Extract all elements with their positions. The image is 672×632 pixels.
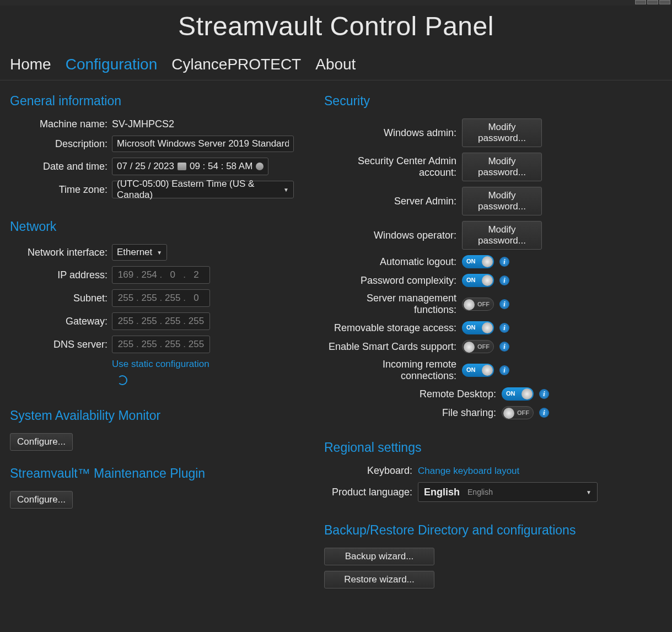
time-value: 09 : 54 : 58 AM [190,161,252,172]
nav-configuration[interactable]: Configuration [66,56,158,73]
keyboard-label: Keyboard: [324,465,418,477]
restore-wizard-button[interactable]: Restore wizard... [324,571,434,588]
pw-complexity-toggle[interactable]: ON [462,274,494,287]
network-interface-value: Ethernet [117,247,152,258]
backup-section-title: Backup/Restore Directory and configurati… [324,523,644,538]
maximize-button[interactable] [647,0,658,4]
auto-logout-toggle[interactable]: ON [462,255,494,268]
file-sharing-label: File sharing: [344,407,502,419]
machine-name-value: SV-JMHPCS2 [112,118,174,130]
network-section-title: Network [10,219,319,234]
removable-toggle[interactable]: ON [462,321,494,334]
auto-logout-label: Automatic logout: [324,256,462,268]
backup-wizard-button[interactable]: Backup wizard... [324,548,434,565]
info-icon[interactable]: i [539,408,549,418]
dns-label: DNS server: [10,339,112,350]
file-sharing-toggle[interactable]: OFF [502,406,534,419]
close-button[interactable] [659,0,670,4]
windows-admin-label: Windows admin: [324,127,462,139]
remote-desktop-label: Remote Desktop: [344,388,502,400]
info-icon[interactable]: i [499,299,509,309]
smartcards-label: Enable Smart Cards support: [324,341,462,353]
date-value: 07 / 25 / 2023 [117,161,174,172]
app-title: Streamvault Control Panel [0,6,672,52]
smartcards-toggle[interactable]: OFF [462,340,494,353]
ip-address-input[interactable]: 169. 254. 0. 2 [112,266,210,284]
refresh-icon[interactable] [117,375,127,385]
timezone-select[interactable]: (UTC-05:00) Eastern Time (US & Canada) ▼ [112,181,294,198]
ip-address-label: IP address: [10,269,112,281]
gateway-input[interactable]: 255. 255. 255. 255 [112,312,210,330]
gateway-label: Gateway: [10,316,112,327]
datetime-input[interactable]: 07 / 25 / 2023 09 : 54 : 58 AM [112,158,268,175]
removable-label: Removable storage access: [324,322,462,334]
window-titlebar [0,0,672,6]
description-label: Description: [10,138,112,150]
product-language-select[interactable]: English English ▼ [418,482,598,502]
server-mgmt-label: Server management functions: [324,293,462,316]
info-icon[interactable]: i [499,342,509,352]
security-section-title: Security [324,94,644,109]
maintenance-section-title: Streamvault™ Maintenance Plugin [10,466,319,481]
sc-admin-modify-button[interactable]: Modify password... [462,153,542,181]
keyboard-layout-link[interactable]: Change keyboard layout [418,466,519,477]
timezone-value: (UTC-05:00) Eastern Time (US & Canada) [117,179,283,201]
windows-operator-label: Windows operator: [324,230,462,241]
pw-complexity-label: Password complexity: [324,275,462,287]
calendar-icon[interactable] [178,163,186,170]
top-nav: Home Configuration CylancePROTECT About [0,52,672,80]
nav-home[interactable]: Home [10,56,51,73]
info-icon[interactable]: i [499,276,509,285]
datetime-label: Date and time: [10,161,112,172]
regional-section-title: Regional settings [324,440,644,455]
nav-about[interactable]: About [315,56,356,73]
info-icon[interactable]: i [499,257,509,267]
chevron-down-icon: ▼ [586,489,592,495]
timezone-label: Time zone: [10,184,112,196]
general-section-title: General information [10,94,319,109]
static-config-link[interactable]: Use static configuration [112,359,209,369]
lang-primary: English [424,487,460,498]
machine-name-label: Machine name: [10,118,112,130]
server-admin-modify-button[interactable]: Modify password... [462,187,542,215]
info-icon[interactable]: i [539,389,549,399]
clock-icon[interactable] [256,163,264,170]
description-input[interactable] [112,136,294,152]
subnet-label: Subnet: [10,293,112,304]
minimize-button[interactable] [635,0,646,4]
chevron-down-icon: ▼ [283,187,289,193]
info-icon[interactable]: i [499,365,509,375]
lang-secondary: English [467,488,493,496]
maintenance-configure-button[interactable]: Configure... [10,491,73,509]
dns-input[interactable]: 255. 255. 255. 255 [112,336,210,353]
info-icon[interactable]: i [499,323,509,333]
sam-section-title: System Availability Monitor [10,408,319,423]
remote-desktop-toggle[interactable]: ON [502,387,534,401]
nav-cylance[interactable]: CylancePROTECT [171,56,301,73]
server-admin-label: Server Admin: [324,196,462,207]
incoming-toggle[interactable]: ON [462,364,494,377]
windows-operator-modify-button[interactable]: Modify password... [462,221,542,250]
subnet-input[interactable]: 255. 255. 255. 0 [112,289,210,307]
windows-admin-modify-button[interactable]: Modify password... [462,118,542,147]
network-interface-label: Network interface: [10,247,112,258]
product-language-label: Product language: [324,487,418,498]
sc-admin-label: Security Center Admin account: [324,155,462,179]
server-mgmt-toggle[interactable]: OFF [462,298,494,311]
chevron-down-icon: ▼ [157,250,162,256]
sam-configure-button[interactable]: Configure... [10,433,73,451]
incoming-label: Incoming remote connections: [324,359,462,382]
network-interface-select[interactable]: Ethernet ▼ [112,244,167,261]
